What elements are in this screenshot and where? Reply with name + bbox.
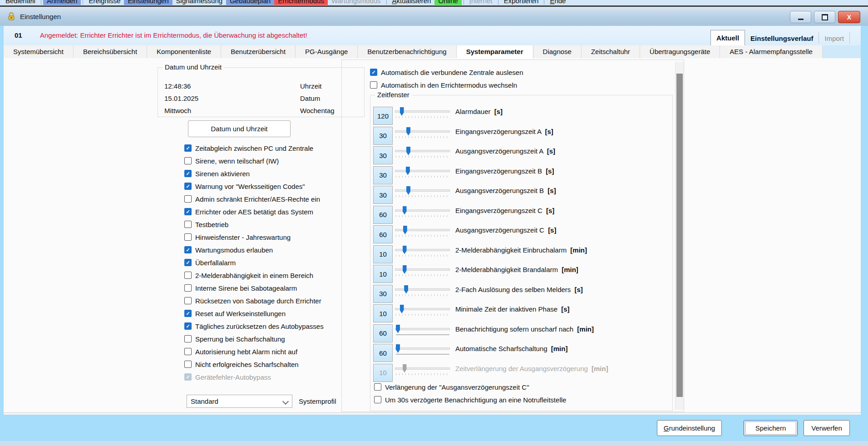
tab-benutzerübersicht[interactable]: Benutzerübersicht [221,45,296,58]
tab-pg-ausgänge[interactable]: PG-Ausgänge [296,45,358,58]
tab-zeitschaltuhr[interactable]: Zeitschaltuhr [582,45,640,58]
slider[interactable] [395,324,450,342]
slider-thumb[interactable] [406,127,410,136]
slider-track[interactable] [395,328,450,330]
menu-item-bedienteil[interactable]: Bedienteil [2,0,39,5]
slider[interactable] [395,304,450,322]
checkbox-verlängerung-der-ausgansverzögerungszeit-c[interactable]: Verlängerung der "Ausgansverzögerungszei… [374,381,566,393]
checkbox-überfallalarm[interactable]: ✓Überfallalarm [184,256,324,269]
menu-item-ende[interactable]: Ende [546,0,569,5]
slider[interactable] [395,127,450,145]
slider-thumb[interactable] [400,305,404,313]
verwerfen-button[interactable]: Verwerfen [804,420,850,436]
menu-item-ereignisse[interactable]: Ereignisse [85,0,124,5]
tab-diagnose[interactable]: Diagnose [533,45,582,58]
checkbox-errichter-oder-aes-betätigt-das-system[interactable]: ✓Errichter oder AES betätigt das System [184,205,324,218]
checkbox-box[interactable] [184,284,192,292]
menu-item-aktualisieren[interactable]: Aktualisieren [389,0,435,5]
tab-aes-alarmempfangsstelle[interactable]: AES - Alarmempfangsstelle [720,45,823,58]
checkbox-box[interactable] [184,361,192,368]
slider-thumb[interactable] [404,285,408,294]
checkbox-box[interactable]: ✓ [184,208,192,215]
datetime-button[interactable]: Datum und Uhrzeit [188,120,291,137]
tab-benutzerbenachrichtigung[interactable]: Benutzerbenachrichtigung [358,45,456,58]
checkbox-admin-schränkt-errichter-aes-rechte-ein[interactable]: Admin schränkt Errichter/AES-Rechte ein [184,193,324,205]
checkbox-autorisierung-hebt-alarm-nicht-auf[interactable]: Autorisierung hebt Alarm nicht auf [184,345,324,358]
checkbox-box[interactable] [184,221,192,228]
checkbox-box[interactable] [184,272,192,279]
slider-thumb[interactable] [403,246,407,254]
close-button[interactable]: X [838,11,860,23]
slider-thumb[interactable] [403,226,407,234]
slider[interactable] [395,107,450,125]
checkbox-testbetrieb[interactable]: Testbetrieb [184,218,324,231]
checkbox-box[interactable]: ✓ [184,183,192,190]
slider-track[interactable] [395,288,450,291]
checkbox-box[interactable]: ✓ [370,69,377,76]
tab-bereichsübersicht[interactable]: Bereichsübersicht [74,45,147,58]
systemprofil-select[interactable]: Standard [187,395,292,408]
slider-track[interactable] [395,347,450,350]
checkbox-box[interactable] [184,195,192,203]
checkbox-warnung-vor-werksseitigen-codes[interactable]: ✓Warnung vor "Werksseitigen Codes" [184,180,324,193]
slider[interactable] [395,206,450,224]
checkbox-box[interactable]: ✓ [184,310,192,317]
checkbox-wartungsmodus-erlauben[interactable]: ✓Wartungsmodus erlauben [184,243,324,256]
checkbox-box[interactable]: ✓ [184,144,192,152]
grundeinstellung-button[interactable]: Grundeinstellung [657,420,722,436]
view-tab-einstellungsverlauf[interactable]: Einstellungsverlauf [745,31,819,45]
tab-übertragungsgeräte[interactable]: Übertragungsgeräte [640,45,720,58]
slider-thumb[interactable] [406,186,410,195]
scrollbar-thumb[interactable] [676,74,683,397]
slider-track[interactable] [395,130,450,133]
checkbox-box[interactable] [184,157,192,164]
checkbox-box[interactable] [374,396,381,403]
checkbox-hinweisfenster-jahreswartung[interactable]: Hinweisfenster - Jahreswartung [184,231,324,243]
slider[interactable] [395,146,450,164]
slider[interactable] [395,225,450,243]
slider[interactable] [395,166,450,184]
menu-item-gebäudeplan[interactable]: Gebäudeplan [226,0,274,5]
slider-thumb[interactable] [400,107,404,116]
view-tab-aktuell[interactable]: Aktuell [710,30,745,45]
checkbox-box[interactable]: ✓ [184,322,192,330]
maximize-button[interactable] [814,11,835,23]
checkbox-box[interactable]: ✓ [184,259,192,266]
minimize-button[interactable] [790,11,811,23]
tab-komponentenliste[interactable]: Komponentenliste [147,45,221,58]
menu-item-exportieren[interactable]: Exportieren [500,0,542,5]
slider-track[interactable] [395,150,450,152]
checkbox-box[interactable] [184,233,192,241]
checkbox-tägliches-zurücksetzen-des-autobypasses[interactable]: ✓Tägliches zurücksetzen des Autobypasses [184,320,324,332]
checkbox-2-melderabhängigkeit-in-einem-bereich[interactable]: 2-Melderabhängigkeit in einem Bereich [184,269,324,282]
slider[interactable] [395,186,450,204]
menu-item-signalmessung[interactable]: Signalmessung [173,0,227,5]
tab-systemübersicht[interactable]: Systemübersicht [4,45,74,58]
menu-item-online[interactable]: Online [434,0,461,5]
slider-track[interactable] [395,170,450,172]
speichern-button[interactable]: Speichern [744,420,798,436]
slider-thumb[interactable] [403,265,407,274]
checkbox-box[interactable] [184,348,192,355]
slider[interactable] [395,265,450,283]
checkbox-sirene-wenn-teilscharf-iw[interactable]: Sirene, wenn teilscharf (IW) [184,154,324,167]
menu-item-einstellungen[interactable]: Einstellungen [124,0,172,5]
checkbox-reset-auf-werkseinstellungen[interactable]: ✓Reset auf Werkseinstellungen [184,307,324,320]
checkbox-zeitabgleich-zwischen-pc-und-zentrale[interactable]: ✓Zeitabgleich zwischen PC und Zentrale [184,142,324,154]
checkbox-box[interactable] [370,81,377,89]
slider-thumb[interactable] [403,206,407,215]
slider-thumb[interactable] [396,325,400,333]
vertical-scrollbar[interactable] [675,62,684,410]
slider[interactable] [395,245,450,263]
checkbox-interne-sirene-bei-sabotagealarm[interactable]: Interne Sirene bei Sabotagealarm [184,282,324,294]
tab-systemparameter[interactable]: Systemparameter [457,45,533,58]
slider-thumb[interactable] [406,167,410,175]
slider-thumb[interactable] [406,147,410,155]
checkbox-box[interactable]: ✓ [184,246,192,253]
checkbox-sirenen-aktivieren[interactable]: ✓Sirenen aktivieren [184,167,324,180]
checkbox-automatisch-in-den-errichtermodus-wechseln[interactable]: Automatisch in den Errichtermodus wechse… [370,79,523,91]
checkbox-box[interactable] [374,383,381,391]
slider[interactable] [395,285,450,303]
menu-item-anmelden[interactable]: Anmelden [43,0,81,5]
checkbox-um-30s-verzögerte-benachrichtigung-an-eine-notrufleitstelle[interactable]: Um 30s verzögerte Benachrichtigung an ei… [374,393,566,406]
